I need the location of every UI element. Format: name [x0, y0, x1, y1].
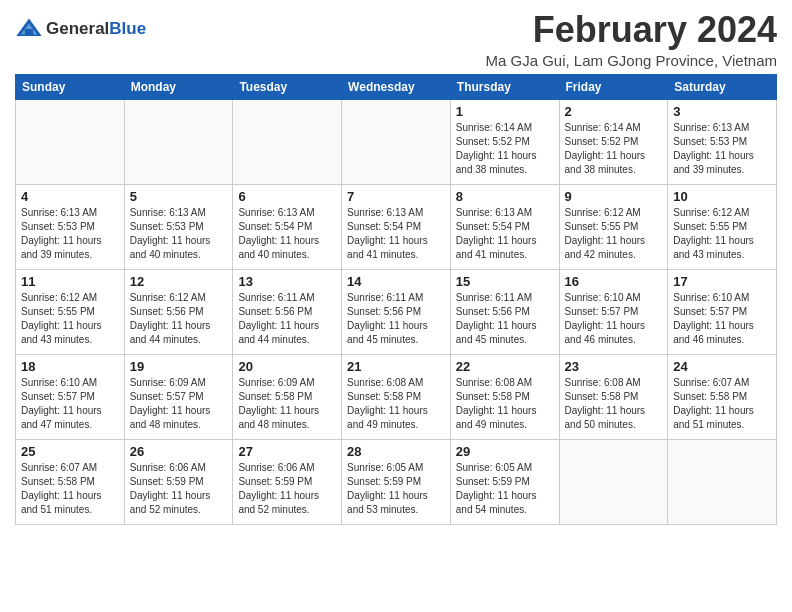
- day-number: 29: [456, 444, 554, 459]
- day-number: 11: [21, 274, 119, 289]
- day-number: 3: [673, 104, 771, 119]
- day-info: Sunrise: 6:06 AMSunset: 5:59 PMDaylight:…: [130, 461, 228, 517]
- day-number: 27: [238, 444, 336, 459]
- logo-general: GeneralBlue: [46, 20, 146, 39]
- day-info: Sunrise: 6:11 AMSunset: 5:56 PMDaylight:…: [347, 291, 445, 347]
- weekday-header-cell: Friday: [559, 74, 668, 99]
- weekday-header-cell: Wednesday: [342, 74, 451, 99]
- svg-rect-2: [25, 29, 33, 36]
- day-info: Sunrise: 6:13 AMSunset: 5:53 PMDaylight:…: [673, 121, 771, 177]
- day-info: Sunrise: 6:08 AMSunset: 5:58 PMDaylight:…: [347, 376, 445, 432]
- weekday-header-row: SundayMondayTuesdayWednesdayThursdayFrid…: [16, 74, 777, 99]
- calendar-week-row: 4Sunrise: 6:13 AMSunset: 5:53 PMDaylight…: [16, 184, 777, 269]
- calendar-cell: 3Sunrise: 6:13 AMSunset: 5:53 PMDaylight…: [668, 99, 777, 184]
- day-info: Sunrise: 6:05 AMSunset: 5:59 PMDaylight:…: [347, 461, 445, 517]
- calendar-week-row: 25Sunrise: 6:07 AMSunset: 5:58 PMDayligh…: [16, 439, 777, 524]
- day-info: Sunrise: 6:10 AMSunset: 5:57 PMDaylight:…: [565, 291, 663, 347]
- day-number: 2: [565, 104, 663, 119]
- calendar-cell: 21Sunrise: 6:08 AMSunset: 5:58 PMDayligh…: [342, 354, 451, 439]
- day-number: 22: [456, 359, 554, 374]
- calendar-cell: 8Sunrise: 6:13 AMSunset: 5:54 PMDaylight…: [450, 184, 559, 269]
- day-info: Sunrise: 6:05 AMSunset: 5:59 PMDaylight:…: [456, 461, 554, 517]
- calendar-cell: 13Sunrise: 6:11 AMSunset: 5:56 PMDayligh…: [233, 269, 342, 354]
- day-info: Sunrise: 6:13 AMSunset: 5:53 PMDaylight:…: [130, 206, 228, 262]
- day-number: 12: [130, 274, 228, 289]
- calendar-cell: 29Sunrise: 6:05 AMSunset: 5:59 PMDayligh…: [450, 439, 559, 524]
- day-info: Sunrise: 6:11 AMSunset: 5:56 PMDaylight:…: [238, 291, 336, 347]
- weekday-header-cell: Thursday: [450, 74, 559, 99]
- day-info: Sunrise: 6:09 AMSunset: 5:57 PMDaylight:…: [130, 376, 228, 432]
- day-info: Sunrise: 6:07 AMSunset: 5:58 PMDaylight:…: [21, 461, 119, 517]
- calendar-cell: 25Sunrise: 6:07 AMSunset: 5:58 PMDayligh…: [16, 439, 125, 524]
- calendar-cell: 11Sunrise: 6:12 AMSunset: 5:55 PMDayligh…: [16, 269, 125, 354]
- calendar-week-row: 11Sunrise: 6:12 AMSunset: 5:55 PMDayligh…: [16, 269, 777, 354]
- weekday-header-cell: Sunday: [16, 74, 125, 99]
- calendar-cell: 5Sunrise: 6:13 AMSunset: 5:53 PMDaylight…: [124, 184, 233, 269]
- day-number: 8: [456, 189, 554, 204]
- calendar-body: 1Sunrise: 6:14 AMSunset: 5:52 PMDaylight…: [16, 99, 777, 524]
- day-number: 4: [21, 189, 119, 204]
- day-info: Sunrise: 6:12 AMSunset: 5:55 PMDaylight:…: [673, 206, 771, 262]
- calendar-cell: [668, 439, 777, 524]
- day-number: 17: [673, 274, 771, 289]
- day-number: 28: [347, 444, 445, 459]
- calendar-cell: 9Sunrise: 6:12 AMSunset: 5:55 PMDaylight…: [559, 184, 668, 269]
- title-area: February 2024 Ma GJa Gui, Lam GJong Prov…: [485, 10, 777, 69]
- calendar-cell: 19Sunrise: 6:09 AMSunset: 5:57 PMDayligh…: [124, 354, 233, 439]
- calendar-cell: 28Sunrise: 6:05 AMSunset: 5:59 PMDayligh…: [342, 439, 451, 524]
- day-info: Sunrise: 6:10 AMSunset: 5:57 PMDaylight:…: [673, 291, 771, 347]
- day-info: Sunrise: 6:13 AMSunset: 5:54 PMDaylight:…: [456, 206, 554, 262]
- day-info: Sunrise: 6:13 AMSunset: 5:54 PMDaylight:…: [347, 206, 445, 262]
- calendar-cell: 27Sunrise: 6:06 AMSunset: 5:59 PMDayligh…: [233, 439, 342, 524]
- day-info: Sunrise: 6:11 AMSunset: 5:56 PMDaylight:…: [456, 291, 554, 347]
- calendar-cell: 12Sunrise: 6:12 AMSunset: 5:56 PMDayligh…: [124, 269, 233, 354]
- day-number: 7: [347, 189, 445, 204]
- day-info: Sunrise: 6:08 AMSunset: 5:58 PMDaylight:…: [565, 376, 663, 432]
- calendar-cell: [124, 99, 233, 184]
- day-number: 13: [238, 274, 336, 289]
- day-number: 6: [238, 189, 336, 204]
- calendar-cell: 6Sunrise: 6:13 AMSunset: 5:54 PMDaylight…: [233, 184, 342, 269]
- day-info: Sunrise: 6:09 AMSunset: 5:58 PMDaylight:…: [238, 376, 336, 432]
- calendar-cell: 26Sunrise: 6:06 AMSunset: 5:59 PMDayligh…: [124, 439, 233, 524]
- page-header: GeneralBlue February 2024 Ma GJa Gui, La…: [15, 10, 777, 69]
- calendar-cell: 15Sunrise: 6:11 AMSunset: 5:56 PMDayligh…: [450, 269, 559, 354]
- weekday-header-cell: Monday: [124, 74, 233, 99]
- day-info: Sunrise: 6:12 AMSunset: 5:56 PMDaylight:…: [130, 291, 228, 347]
- day-number: 9: [565, 189, 663, 204]
- day-info: Sunrise: 6:12 AMSunset: 5:55 PMDaylight:…: [565, 206, 663, 262]
- calendar-week-row: 18Sunrise: 6:10 AMSunset: 5:57 PMDayligh…: [16, 354, 777, 439]
- calendar-cell: [16, 99, 125, 184]
- day-number: 14: [347, 274, 445, 289]
- calendar-cell: [233, 99, 342, 184]
- day-number: 26: [130, 444, 228, 459]
- day-number: 18: [21, 359, 119, 374]
- day-number: 1: [456, 104, 554, 119]
- day-number: 21: [347, 359, 445, 374]
- calendar-cell: 7Sunrise: 6:13 AMSunset: 5:54 PMDaylight…: [342, 184, 451, 269]
- day-number: 25: [21, 444, 119, 459]
- month-year-title: February 2024: [485, 10, 777, 50]
- day-number: 5: [130, 189, 228, 204]
- weekday-header-cell: Tuesday: [233, 74, 342, 99]
- calendar-cell: 17Sunrise: 6:10 AMSunset: 5:57 PMDayligh…: [668, 269, 777, 354]
- day-info: Sunrise: 6:14 AMSunset: 5:52 PMDaylight:…: [565, 121, 663, 177]
- calendar-cell: 14Sunrise: 6:11 AMSunset: 5:56 PMDayligh…: [342, 269, 451, 354]
- day-number: 23: [565, 359, 663, 374]
- day-number: 16: [565, 274, 663, 289]
- day-info: Sunrise: 6:10 AMSunset: 5:57 PMDaylight:…: [21, 376, 119, 432]
- day-number: 24: [673, 359, 771, 374]
- day-info: Sunrise: 6:13 AMSunset: 5:54 PMDaylight:…: [238, 206, 336, 262]
- day-number: 19: [130, 359, 228, 374]
- day-number: 20: [238, 359, 336, 374]
- calendar-table: SundayMondayTuesdayWednesdayThursdayFrid…: [15, 74, 777, 525]
- day-info: Sunrise: 6:06 AMSunset: 5:59 PMDaylight:…: [238, 461, 336, 517]
- calendar-cell: 10Sunrise: 6:12 AMSunset: 5:55 PMDayligh…: [668, 184, 777, 269]
- day-number: 15: [456, 274, 554, 289]
- calendar-cell: 22Sunrise: 6:08 AMSunset: 5:58 PMDayligh…: [450, 354, 559, 439]
- day-info: Sunrise: 6:12 AMSunset: 5:55 PMDaylight:…: [21, 291, 119, 347]
- calendar-week-row: 1Sunrise: 6:14 AMSunset: 5:52 PMDaylight…: [16, 99, 777, 184]
- logo-icon: [15, 15, 43, 43]
- day-number: 10: [673, 189, 771, 204]
- day-info: Sunrise: 6:08 AMSunset: 5:58 PMDaylight:…: [456, 376, 554, 432]
